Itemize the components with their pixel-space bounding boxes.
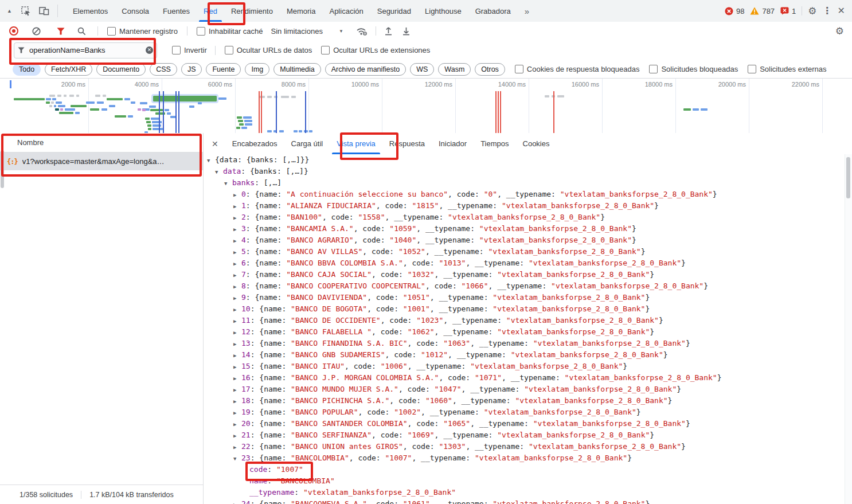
json-bank-row[interactable]: ▶11: {name: "BANCO DE OCCIDENTE", code: … — [204, 315, 852, 326]
json-data-line[interactable]: ▼data: {banks: [,…]} — [204, 166, 852, 177]
chip-documento[interactable]: Documento — [96, 63, 146, 76]
inspect-element-icon[interactable] — [21, 6, 31, 16]
triangle-expanded-icon[interactable]: ▼ — [207, 155, 215, 166]
warning-count[interactable]: 787 — [750, 7, 775, 15]
json-banks-line[interactable]: ▼banks: [,…] — [204, 177, 852, 189]
chip-archivo-de-manifiesto[interactable]: Archivo de manifiesto — [325, 63, 407, 76]
json-bank-row[interactable]: ▶18: {name: "BANCO PICHINCHA S.A.", code… — [204, 395, 852, 407]
triangle-collapsed-icon[interactable]: ▶ — [233, 281, 241, 292]
json-bank-row[interactable]: ▶0: {name: "A continuación seleccione su… — [204, 189, 852, 200]
triangle-collapsed-icon[interactable]: ▶ — [233, 419, 241, 430]
network-overview[interactable]: 2000 ms4000 ms6000 ms8000 ms10000 ms1200… — [0, 79, 852, 134]
json-expanded-typename[interactable]: __typename: "vtexlatam_banksforpse_2_8_0… — [204, 487, 852, 498]
request-row-selected[interactable]: {:} v1?workspace=master&maxAge=long&a… — [0, 153, 203, 170]
more-tabs-button[interactable]: » — [518, 6, 536, 16]
detail-tab-encabezados[interactable]: Encabezados — [225, 133, 284, 154]
json-bank-row[interactable]: ▶17: {name: "BANCO MUNDO MUJER S.A.", co… — [204, 384, 852, 395]
triangle-collapsed-icon[interactable]: ▶ — [233, 361, 241, 373]
json-bank-row[interactable]: ▶2: {name: "BAN100", code: "1558", __typ… — [204, 212, 852, 223]
json-bank-row[interactable]: ▶6: {name: "BANCO BBVA COLOMBIA S.A.", c… — [204, 257, 852, 269]
chip-multimedia[interactable]: Multimedia — [273, 63, 321, 76]
json-bank-row[interactable]: ▶15: {name: "BANCO ITAU", code: "1006", … — [204, 361, 852, 372]
json-bank-row[interactable]: ▶16: {name: "BANCO J.P. MORGAN COLOMBIA … — [204, 372, 852, 384]
main-tab-grabadora[interactable]: Grabadora — [468, 0, 518, 22]
main-tab-lighthouse[interactable]: Lighthouse — [418, 0, 468, 22]
triangle-collapsed-icon[interactable]: ▶ — [233, 304, 241, 315]
import-har-button[interactable] — [384, 26, 393, 36]
chip-wasm[interactable]: Wasm — [438, 63, 471, 76]
chip-fetch-xhr[interactable]: Fetch/XHR — [45, 63, 92, 76]
chip-css[interactable]: CSS — [150, 63, 177, 76]
detail-tab-respuesta[interactable]: Respuesta — [382, 133, 432, 154]
main-tab-consola[interactable]: Consola — [115, 0, 156, 22]
network-settings-gear-icon[interactable]: ⚙ — [835, 26, 844, 36]
triangle-collapsed-icon[interactable]: ▶ — [233, 247, 241, 258]
triangle-collapsed-icon[interactable]: ▶ — [233, 338, 241, 350]
issues-count[interactable]: 1 — [780, 7, 796, 15]
main-tab-seguridad[interactable]: Seguridad — [370, 0, 418, 22]
hide-extension-urls-checkbox[interactable]: Ocultar URLs de extensiones — [321, 46, 430, 54]
triangle-collapsed-icon[interactable]: ▶ — [233, 373, 241, 384]
detail-scrollbar-track[interactable] — [845, 154, 852, 504]
json-bank-row[interactable]: ▶14: {name: "BANCO GNB SUDAMERIS", code:… — [204, 349, 852, 361]
json-bank-row[interactable]: ▶7: {name: "BANCO CAJA SOCIAL", code: "1… — [204, 269, 852, 280]
triangle-collapsed-icon[interactable]: ▶ — [233, 269, 241, 281]
triangle-collapsed-icon[interactable]: ▶ — [233, 384, 241, 396]
clear-filter-icon[interactable]: ✕ — [146, 46, 153, 54]
triangle-expanded-icon[interactable]: ▼ — [233, 453, 241, 464]
disable-cache-checkbox[interactable]: Inhabilitar caché — [197, 27, 263, 36]
json-bank-row[interactable]: ▶22: {name: "BANCO UNION antes GIROS", c… — [204, 441, 852, 452]
close-detail-icon[interactable]: ✕ — [204, 133, 225, 154]
json-bank-row[interactable]: ▼23: {name: "BANCOLOMBIA", code: "1007",… — [204, 452, 852, 464]
json-bank-row[interactable]: ▶10: {name: "BANCO DE BOGOTA", code: "10… — [204, 303, 852, 315]
chip-js[interactable]: JS — [181, 63, 202, 76]
triangle-collapsed-icon[interactable]: ▶ — [233, 407, 241, 419]
triangle-collapsed-icon[interactable]: ▶ — [233, 212, 241, 224]
filter-input[interactable]: operationName=Banks ✕ — [14, 42, 157, 58]
triangle-expanded-icon[interactable]: ▼ — [215, 166, 223, 178]
main-tab-rendimiento[interactable]: Rendimiento — [224, 0, 280, 22]
triangle-collapsed-icon[interactable]: ▶ — [233, 499, 241, 504]
detail-tab-vista-previa[interactable]: Vista previa — [330, 133, 382, 154]
network-conditions-button[interactable] — [356, 26, 368, 36]
json-bank-row[interactable]: ▶13: {name: "BANCO FINANDINA S.A. BIC", … — [204, 338, 852, 349]
close-devtools-icon[interactable]: ✕ — [838, 6, 845, 15]
json-bank-row[interactable]: ▶3: {name: "BANCAMIA S.A.", code: "1059"… — [204, 223, 852, 235]
triangle-collapsed-icon[interactable]: ▶ — [233, 189, 241, 201]
filter-checkbox-solicitudes-externas[interactable]: Solicitudes externas — [748, 65, 826, 73]
export-har-button[interactable] — [402, 26, 411, 36]
name-column-header[interactable]: Nombre — [0, 133, 203, 153]
json-bank-row[interactable]: ▶4: {name: "BANCO AGRARIO", code: "1040"… — [204, 235, 852, 246]
chip-todo[interactable]: Todo — [13, 63, 41, 76]
triangle-expanded-icon[interactable]: ▼ — [224, 178, 232, 189]
error-count[interactable]: 98 — [725, 7, 744, 15]
dock-caret-icon[interactable]: ▲ — [7, 8, 12, 14]
chip-fuente[interactable]: Fuente — [206, 63, 241, 76]
json-bank-row[interactable]: ▶1: {name: "ALIANZA FIDUCIARIA", code: "… — [204, 200, 852, 212]
invert-checkbox[interactable]: Invertir — [172, 46, 207, 54]
hide-data-urls-checkbox[interactable]: Ocultar URLs de datos — [225, 46, 312, 54]
detail-tab-tiempos[interactable]: Tiempos — [474, 133, 515, 154]
chip-img[interactable]: Img — [245, 63, 269, 76]
json-bank-row[interactable]: ▶5: {name: "BANCO AV VILLAS", code: "105… — [204, 246, 852, 257]
preserve-log-checkbox[interactable]: Mantener registro — [107, 27, 178, 36]
json-bank-row[interactable]: ▶21: {name: "BANCO SERFINANZA", code: "1… — [204, 429, 852, 441]
json-expanded-name[interactable]: name: "BANCOLOMBIA" — [204, 475, 852, 487]
triangle-collapsed-icon[interactable]: ▶ — [233, 201, 241, 212]
json-bank-row[interactable]: ▶9: {name: "BANCO DAVIVIENDA", code: "10… — [204, 292, 852, 303]
triangle-collapsed-icon[interactable]: ▶ — [233, 235, 241, 247]
device-toolbar-icon[interactable] — [39, 6, 49, 15]
triangle-collapsed-icon[interactable]: ▶ — [233, 442, 241, 453]
filter-checkbox-cookies-de-respuesta-bloqueadas[interactable]: Cookies de respuesta bloqueadas — [515, 65, 640, 73]
detail-tab-carga-til[interactable]: Carga útil — [284, 133, 330, 154]
main-tab-aplicación[interactable]: Aplicación — [322, 0, 370, 22]
preview-json-tree[interactable]: ▼{data: {banks: [,…]}}▼data: {banks: [,…… — [204, 154, 852, 504]
json-bank-row[interactable]: ▶12: {name: "BANCO FALABELLA ", code: "1… — [204, 326, 852, 338]
chip-ws[interactable]: WS — [410, 63, 434, 76]
settings-gear-icon[interactable]: ⚙ — [808, 6, 816, 16]
json-root-line[interactable]: ▼{data: {banks: [,…]}} — [204, 154, 852, 166]
triangle-collapsed-icon[interactable]: ▶ — [233, 224, 241, 235]
search-network-button[interactable] — [77, 27, 86, 36]
json-bank-row[interactable]: ▶8: {name: "BANCO COOPERATIVO COOPCENTRA… — [204, 280, 852, 292]
filter-toggle-button[interactable] — [57, 28, 65, 35]
